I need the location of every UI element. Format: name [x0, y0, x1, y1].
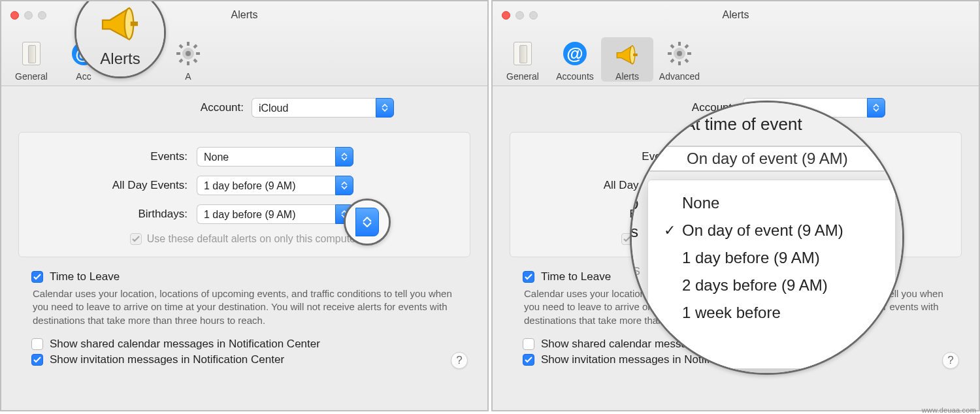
menu-item-label: 1 week before: [682, 304, 781, 322]
tab-general-label: General: [497, 71, 549, 82]
svg-line-8: [194, 45, 197, 48]
events-label: Events:: [39, 150, 197, 163]
birthdays-select-value: 1 day before (9 AM): [197, 204, 335, 224]
switch-icon: [514, 42, 532, 65]
tab-accounts[interactable]: @ Accounts: [549, 40, 601, 82]
window-title: Alerts: [493, 9, 979, 21]
stepper-icon: [355, 208, 379, 236]
allday-select-value: 1 day before (9 AM): [197, 176, 335, 195]
time-to-leave-desc: Calendar uses your location, locations o…: [33, 287, 456, 327]
shared-messages-checkbox[interactable]: [523, 338, 534, 350]
svg-line-20: [671, 45, 674, 48]
check-icon: ✓: [664, 222, 682, 239]
behind-ys: ys: [630, 223, 638, 241]
tab-accounts-label: Accounts: [549, 71, 601, 82]
svg-point-1: [186, 51, 191, 56]
tab-general[interactable]: General: [5, 40, 57, 82]
shared-messages-label: Show shared calendar messages in Notific…: [50, 338, 320, 351]
content: Account: iCloud Events: None: [1, 86, 487, 381]
svg-rect-11: [131, 22, 138, 26]
menu-item-1-week[interactable]: 1 week before: [655, 299, 889, 326]
toolbar: General @ Accounts Alerts Advanced: [497, 27, 975, 86]
account-label: Account:: [95, 101, 252, 114]
account-select-value: iCloud: [252, 98, 376, 118]
menu-item-2-days[interactable]: 2 days before (9 AM): [655, 272, 889, 299]
shared-messages-checkbox[interactable]: [31, 338, 43, 350]
tab-advanced[interactable]: A: [162, 40, 214, 82]
time-to-leave-checkbox[interactable]: [31, 271, 43, 283]
events-select[interactable]: None: [197, 147, 353, 167]
stepper-icon: [376, 98, 394, 118]
svg-point-15: [677, 51, 682, 56]
time-to-leave-label: Time to Leave: [541, 270, 611, 283]
menu-item-none[interactable]: None: [655, 189, 889, 217]
menu-item-label: 2 days before (9 AM): [682, 276, 828, 295]
allday-label: All Day Events:: [39, 179, 197, 192]
invitation-messages-checkbox[interactable]: [523, 354, 534, 366]
menu-item-1-day[interactable]: 1 day before (9 AM): [655, 244, 889, 272]
titlebar: Alerts General @ Acc Alerts A: [1, 1, 487, 86]
stepper-icon: [867, 98, 885, 118]
window-title: Alerts: [1, 9, 487, 21]
birthdays-label: Birthdays:: [39, 208, 197, 221]
titlebar: Alerts General @ Accounts Alerts: [493, 1, 979, 86]
menu-item-on-day[interactable]: ✓ On day of event (9 AM): [655, 217, 889, 244]
svg-line-23: [671, 59, 674, 62]
events-select-value: None: [197, 147, 335, 167]
preferences-window-left: Alerts General @ Acc Alerts A: [0, 0, 489, 411]
tab-alerts[interactable]: Alerts: [601, 37, 653, 82]
menu-item-label: On day of event (9 AM): [682, 221, 843, 240]
allday-select[interactable]: 1 day before (9 AM): [197, 176, 353, 195]
only-this-computer-label: Use these default alerts on only this co…: [147, 233, 359, 245]
megaphone-icon: [601, 40, 653, 67]
magnifier-dropdown: At time of event On day of event (9 AM) …: [630, 101, 904, 375]
help-button[interactable]: ?: [942, 352, 959, 369]
tab-general[interactable]: General: [497, 40, 549, 82]
preferences-window-right: Alerts General @ Accounts Alerts: [491, 0, 980, 411]
svg-line-7: [194, 59, 197, 62]
gear-icon: [162, 40, 214, 67]
gear-icon: [653, 40, 706, 67]
switch-icon: [22, 42, 41, 65]
svg-line-22: [685, 45, 688, 48]
stepper-icon: [335, 176, 353, 195]
menu-item-label: 1 day before (9 AM): [682, 249, 820, 267]
magnifier-alerts-label: Alerts: [100, 50, 140, 68]
tab-advanced-label: A: [162, 71, 214, 82]
time-to-leave-checkbox[interactable]: [523, 271, 534, 283]
account-select[interactable]: iCloud: [252, 98, 394, 118]
defaults-group: Events: None All Day Events: 1 day befor…: [18, 132, 470, 257]
birthdays-select[interactable]: 1 day before (9 AM): [197, 204, 353, 224]
invitation-messages-checkbox[interactable]: [31, 354, 43, 366]
menu-edge-top: At time of event: [684, 114, 802, 135]
help-button[interactable]: ?: [451, 352, 468, 369]
svg-line-6: [180, 45, 182, 48]
invitation-messages-label: Show invitation messages in Notification…: [50, 353, 284, 366]
tab-advanced[interactable]: Advanced: [653, 40, 706, 82]
svg-rect-13: [633, 54, 638, 56]
only-this-computer-checkbox: [130, 233, 142, 245]
stepper-icon: [335, 147, 353, 167]
tab-alerts-label: Alerts: [601, 71, 653, 82]
svg-line-21: [685, 59, 688, 62]
menu-select-peek: On day of event (9 AM): [647, 146, 887, 172]
watermark: www.deuaa.com: [922, 406, 976, 414]
time-to-leave-label: Time to Leave: [50, 270, 120, 283]
tab-advanced-label: Advanced: [653, 71, 706, 82]
tab-general-label: General: [5, 71, 57, 82]
at-icon: @: [563, 42, 587, 65]
menu-item-label: None: [682, 194, 719, 212]
svg-line-9: [180, 59, 182, 62]
magnifier-stepper: [344, 199, 391, 246]
megaphone-icon: [97, 0, 144, 47]
